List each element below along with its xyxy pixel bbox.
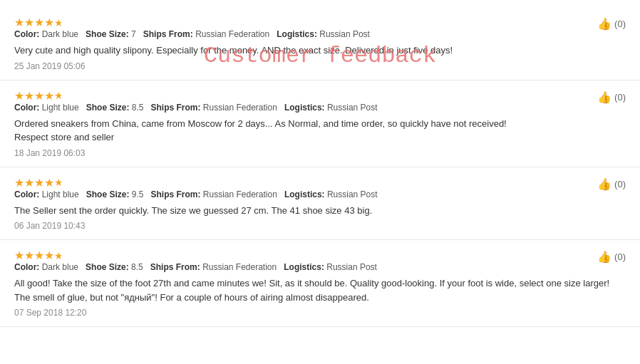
review-date: 06 Jan 2019 10:43 [14, 221, 626, 231]
reviews-page: Customer feedback ★★★★★‍Color: Dark blue… [0, 0, 640, 334]
logistics-label: Logistics: [284, 103, 325, 113]
color-value: Dark blue [42, 262, 78, 272]
review-text: Very cute and high quality slipony. Espe… [14, 43, 626, 58]
star-rating: ★★★★★‍ [14, 249, 623, 262]
like-button[interactable]: 👍(0) [597, 90, 626, 104]
like-button[interactable]: 👍(0) [597, 17, 626, 31]
shoe-size-label: Shoe Size: [86, 103, 130, 113]
like-button[interactable]: 👍(0) [597, 177, 626, 191]
star-rating: ★★★★★‍ [14, 176, 623, 189]
ships-from-value: Russian Federation [203, 103, 277, 113]
like-count: (0) [614, 251, 626, 262]
color-value: Light blue [42, 103, 79, 113]
like-button[interactable]: 👍(0) [597, 250, 626, 264]
ships-from-label: Ships From: [150, 189, 200, 199]
color-label: Color: [14, 103, 39, 113]
review-date: 07 Sep 2018 12:20 [14, 308, 626, 318]
shoe-size-value: 9.5 [132, 189, 144, 199]
shoe-size-label: Shoe Size: [86, 262, 129, 272]
review-meta: Color: Light blue Shoe Size: 9.5 Ships F… [14, 189, 626, 199]
shoe-size-value: 8.5 [132, 103, 144, 113]
color-label: Color: [14, 262, 39, 272]
like-count: (0) [614, 179, 626, 189]
review-date: 25 Jan 2019 05:06 [14, 61, 626, 71]
ships-from-value: Russian Federation [195, 29, 269, 39]
review-meta: Color: Dark blue Shoe Size: 8.5 Ships Fr… [14, 262, 626, 272]
shoe-size-label: Shoe Size: [86, 29, 129, 39]
ships-from-label: Ships From: [150, 262, 200, 272]
review-text: The Seller sent the order quickly. The s… [14, 204, 626, 218]
review-meta: Color: Light blue Shoe Size: 8.5 Ships F… [14, 103, 626, 113]
logistics-value: Russian Post [327, 189, 378, 199]
like-count: (0) [614, 19, 626, 29]
review-item: ★★★★★‍Color: Dark blue Shoe Size: 8.5 Sh… [0, 240, 640, 327]
review-item: ★★★★★‍Color: Dark blue Shoe Size: 7 Ship… [0, 7, 640, 80]
thumb-icon: 👍 [597, 17, 611, 31]
logistics-label: Logistics: [284, 262, 324, 272]
shoe-size-label: Shoe Size: [86, 189, 130, 199]
review-text: All good! Take the size of the foot 27th… [14, 276, 626, 304]
ships-from-value: Russian Federation [203, 189, 277, 199]
reviews-list: ★★★★★‍Color: Dark blue Shoe Size: 7 Ship… [0, 7, 640, 327]
shoe-size-value: 8.5 [131, 262, 143, 272]
logistics-value: Russian Post [327, 103, 378, 113]
star-rating: ★★★★★‍ [14, 16, 623, 29]
review-text: Ordered sneakers from China, came from M… [14, 117, 626, 145]
review-item: ★★★★★‍Color: Light blue Shoe Size: 9.5 S… [0, 167, 640, 241]
logistics-label: Logistics: [284, 189, 325, 199]
thumb-icon: 👍 [597, 90, 611, 104]
star-rating: ★★★★★‍ [14, 89, 623, 103]
ships-from-label: Ships From: [143, 29, 193, 39]
color-value: Light blue [42, 189, 79, 199]
logistics-value: Russian Post [326, 262, 377, 272]
ships-from-label: Ships From: [150, 103, 200, 113]
review-item: ★★★★★‍Color: Light blue Shoe Size: 8.5 S… [0, 80, 640, 167]
review-meta: Color: Dark blue Shoe Size: 7 Ships From… [14, 29, 626, 39]
thumb-icon: 👍 [597, 177, 611, 191]
logistics-value: Russian Post [319, 29, 370, 39]
review-date: 18 Jan 2019 06:03 [14, 148, 626, 158]
ships-from-value: Russian Federation [202, 262, 277, 272]
shoe-size-value: 7 [131, 29, 136, 39]
color-value: Dark blue [42, 29, 78, 39]
color-label: Color: [14, 189, 39, 199]
thumb-icon: 👍 [597, 250, 611, 264]
like-count: (0) [614, 92, 626, 103]
logistics-label: Logistics: [277, 29, 317, 39]
color-label: Color: [14, 29, 39, 39]
